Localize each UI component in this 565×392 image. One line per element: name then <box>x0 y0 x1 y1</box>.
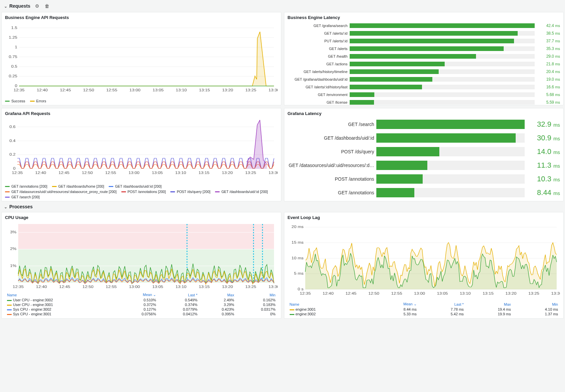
panel-title: Business Engine API Requests <box>5 15 278 20</box>
legend-item[interactable]: Errors <box>30 99 46 103</box>
svg-text:0.2: 0.2 <box>9 153 15 156</box>
latency-row[interactable]: GET /grafana/dashboards/uid/:id 19.0 ms <box>288 76 560 83</box>
latency-bar <box>350 31 535 36</box>
latency-bar <box>376 147 525 156</box>
latency-row[interactable]: GET /grafana/search 42.4 ms <box>288 22 560 29</box>
svg-text:13:00: 13:00 <box>414 292 425 295</box>
legend-item[interactable]: GET /dashboards/home [200] <box>52 184 104 188</box>
svg-text:12:50: 12:50 <box>83 88 94 92</box>
latency-bar <box>350 100 535 105</box>
stats-header[interactable]: Name <box>288 301 371 307</box>
panel-grafana-latency[interactable]: Grafana Latency GET /search 32.9 msGET /… <box>284 108 564 201</box>
stats-header[interactable]: Name <box>5 292 117 298</box>
legend-item[interactable]: POST /ds/query [200] <box>170 190 210 194</box>
latency-row[interactable]: GET /search 32.9 ms <box>288 118 560 131</box>
section-header-processes[interactable]: ⌄ Processes <box>1 203 564 211</box>
latency-row[interactable]: PUT /alerts/:id 37.7 ms <box>288 37 560 45</box>
stats-header[interactable]: Min <box>513 301 560 307</box>
stats-header[interactable]: Min <box>236 292 277 298</box>
svg-text:0.4: 0.4 <box>9 139 16 142</box>
legend-item[interactable]: GET /annotations [200] <box>5 184 47 188</box>
legend-item[interactable]: POST /annotations [200] <box>121 190 166 194</box>
panel-cpu-usage[interactable]: CPU Usage 1%2%3%12:3512:4012:4512:5012:5… <box>1 212 281 319</box>
svg-text:13:25: 13:25 <box>245 171 256 175</box>
svg-text:12:50: 12:50 <box>82 171 93 175</box>
table-row[interactable]: User CPU - engine:30010.372%0.374%3.29%0… <box>5 302 278 307</box>
svg-text:12:50: 12:50 <box>368 292 379 295</box>
svg-text:12:45: 12:45 <box>345 292 357 295</box>
latency-value: 30.9 ms <box>527 134 560 142</box>
panel-be-latency[interactable]: Business Engine Latency GET /grafana/sea… <box>284 12 564 105</box>
panel-grafana-api-requests[interactable]: Grafana API Requests 00.20.40.612:3512:4… <box>1 108 281 201</box>
svg-text:13:05: 13:05 <box>437 292 448 295</box>
latency-row[interactable]: GET /dashboards/uid/:id 30.9 ms <box>288 132 560 144</box>
legend-item[interactable]: GET /datasources/uid/:uid/resources/:dat… <box>5 190 117 194</box>
latency-row[interactable]: GET /health 29.0 ms <box>288 53 560 60</box>
legend-item[interactable]: Success <box>5 99 25 103</box>
svg-text:13:20: 13:20 <box>222 285 233 289</box>
latency-bar <box>376 120 525 129</box>
gear-icon[interactable]: ⚙ <box>34 3 40 9</box>
latency-row[interactable]: GET /alerts/:id/history/last 16.6 ms <box>288 83 560 91</box>
stats-header[interactable]: Last * <box>158 292 199 298</box>
latency-bar <box>350 85 535 89</box>
section-title: Processes <box>9 204 33 209</box>
stats-header[interactable]: Mean ⌄ <box>117 292 158 298</box>
stats-header[interactable]: Max <box>466 301 513 307</box>
latency-value: 5.68 ms <box>537 92 560 97</box>
svg-text:12:45: 12:45 <box>59 285 71 289</box>
stats-header[interactable]: Last * <box>419 301 466 307</box>
latency-label: GET /dashboards/uid/:id <box>288 135 374 141</box>
latency-row[interactable]: POST /annotations 10.3 ms <box>288 173 560 185</box>
panel-title: Event Loop Lag <box>288 215 560 220</box>
latency-row[interactable]: GET /annotations 8.44 ms <box>288 186 560 199</box>
legend-item[interactable]: GET /dashboards/uid/:id [200] <box>215 190 268 194</box>
section-title: Requests <box>9 3 30 9</box>
svg-text:12:40: 12:40 <box>322 292 334 295</box>
svg-text:13:30: 13:30 <box>551 292 560 295</box>
legend-item[interactable]: GET /dashboards/uid/:id [200] <box>109 184 161 188</box>
section-header-requests[interactable]: ⌄ Requests ⚙ 🗑 <box>1 1 564 11</box>
latency-bar <box>350 39 535 43</box>
legend-item[interactable]: GET /search [200] <box>5 195 40 199</box>
panel-event-loop-lag[interactable]: Event Loop Lag 0 s5 ms10 ms15 ms20 ms12:… <box>284 212 564 319</box>
latency-row[interactable]: GET /alerts/history/timeline 20.4 ms <box>288 68 560 75</box>
table-row[interactable]: engine:30018.44 ms7.78 ms19.4 ms4.10 ms <box>288 307 560 312</box>
svg-text:10 ms: 10 ms <box>291 256 303 260</box>
latency-row[interactable]: POST /ds/query 14.0 ms <box>288 145 560 158</box>
latency-value: 29.0 ms <box>537 54 560 59</box>
panel-be-api-requests[interactable]: Business Engine API Requests 00.250.50.7… <box>1 12 281 105</box>
svg-text:12:35: 12:35 <box>12 171 23 175</box>
latency-label: GET /alerts/history/timeline <box>288 70 348 74</box>
stats-header[interactable]: Mean ⌄ <box>371 301 419 307</box>
svg-text:12:45: 12:45 <box>58 171 70 175</box>
svg-text:2%: 2% <box>10 247 16 251</box>
latency-bar <box>376 174 525 184</box>
svg-text:12:55: 12:55 <box>391 292 402 295</box>
latency-row[interactable]: GET /datasources/uid/:uid/resources/:d… … <box>288 159 560 172</box>
svg-text:13:00: 13:00 <box>129 88 141 92</box>
latency-label: PUT /alerts/:id <box>288 39 348 43</box>
latency-value: 38.5 ms <box>537 31 560 36</box>
latency-bar <box>350 92 535 97</box>
trash-icon[interactable]: 🗑 <box>44 3 50 9</box>
svg-text:13:15: 13:15 <box>482 292 494 295</box>
table-row[interactable]: User CPU - engine:30020.510%0.549%2.49%0… <box>5 298 278 302</box>
table-row[interactable]: engine:30025.33 ms5.42 ms19.9 ms1.37 ms <box>288 312 560 316</box>
latency-row[interactable]: GET /actions 21.8 ms <box>288 60 560 68</box>
latency-value: 35.3 ms <box>537 46 560 51</box>
svg-text:0.5: 0.5 <box>11 64 18 68</box>
latency-value: 16.6 ms <box>537 85 560 89</box>
svg-text:12:55: 12:55 <box>106 88 118 92</box>
table-row[interactable]: Sys CPU - engine:30010.0756%0.0412%0.395… <box>5 312 278 316</box>
latency-row[interactable]: GET /alerts 35.3 ms <box>288 45 560 52</box>
latency-label: POST /ds/query <box>288 149 374 154</box>
svg-text:13:25: 13:25 <box>245 88 257 92</box>
latency-row[interactable]: GET /alerts/:id 38.5 ms <box>288 30 560 37</box>
latency-row[interactable]: GET /license 5.59 ms <box>288 99 560 106</box>
latency-row[interactable]: GET /environment 5.68 ms <box>288 91 560 98</box>
table-row[interactable]: Sys CPU - engine:30020.127%0.0779%0.423%… <box>5 307 278 312</box>
latency-value: 10.3 ms <box>527 175 560 183</box>
latency-label: GET /environment <box>288 93 348 97</box>
stats-header[interactable]: Max <box>199 292 236 298</box>
